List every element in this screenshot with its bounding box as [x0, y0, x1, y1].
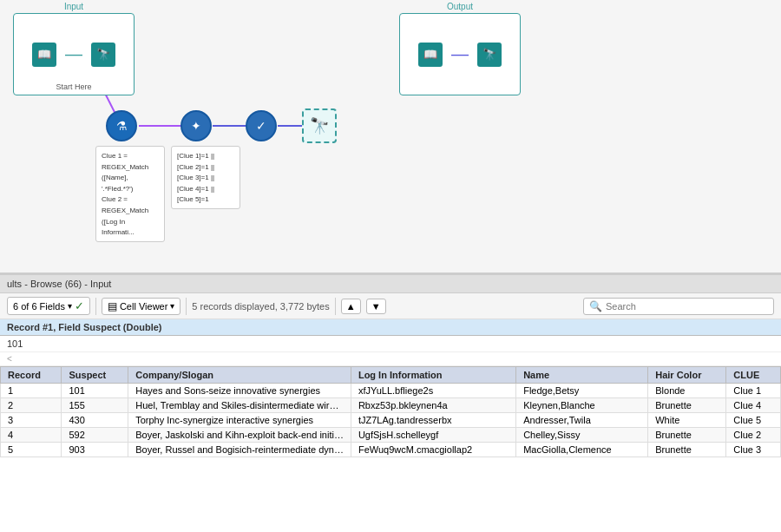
cell-name: Chelley,Sissy	[516, 428, 648, 443]
table-row[interactable]: 1101Hayes and Sons-seize innovative syne…	[1, 384, 781, 398]
cell-clue: Clue 1	[726, 384, 781, 398]
cell-company: Boyer, Jaskolski and Kihn-exploit back-e…	[128, 428, 351, 443]
cell-hair: Blonde	[648, 384, 726, 398]
multi-formula-node[interactable]: ✦	[180, 110, 212, 141]
toolbar: 6 of 6 Fields ▾ ✓ ▤ Cell Viewer ▾ 5 reco…	[0, 293, 781, 319]
scroll-hint[interactable]: <	[0, 352, 781, 366]
output-box-label: Output	[447, 2, 473, 11]
table-row[interactable]: 4592Boyer, Jaskolski and Kihn-exploit ba…	[1, 428, 781, 443]
viewer-label: Cell Viewer	[120, 301, 167, 312]
col-header-log-in-information[interactable]: Log In Information	[351, 367, 515, 384]
col-header-hair-color[interactable]: Hair Color	[648, 367, 726, 384]
cell-login: UgfSjsH.schelleygf	[351, 428, 515, 443]
input-read-icon[interactable]: 📖	[32, 43, 56, 67]
cell-company: Torphy Inc-synergize interactive synergi…	[128, 413, 351, 428]
cell-company: Hayes and Sons-seize innovative synergie…	[128, 384, 351, 398]
table-row[interactable]: 3430Torphy Inc-synergize interactive syn…	[1, 413, 781, 428]
col-header-clue[interactable]: CLUE	[726, 367, 781, 384]
cell-record: 4	[1, 428, 62, 443]
cell-clue: Clue 2	[726, 428, 781, 443]
fields-button[interactable]: 6 of 6 Fields ▾ ✓	[7, 297, 90, 315]
cell-login: xfJYuLL.bfliege2s	[351, 384, 515, 398]
cell-name: Kleynen,Blanche	[516, 398, 648, 413]
tab-label: ults - Browse (66) - Input	[7, 279, 111, 289]
fields-label: 6 of 6 Fields	[13, 301, 65, 312]
col-header-record[interactable]: Record	[1, 367, 62, 384]
cell-login: tJZ7LAg.tandresserbx	[351, 413, 515, 428]
record-value: 101	[0, 336, 781, 352]
table-container[interactable]: RecordSuspectCompany/SloganLog In Inform…	[0, 366, 781, 457]
fields-dropdown-icon: ▾	[68, 301, 72, 311]
multi-annotation: [Clue 1]=1 || [Clue 2]=1 || [Clue 3]=1 |…	[171, 146, 240, 209]
cell-hair: Brunette	[648, 398, 726, 413]
cell-clue: Clue 4	[726, 398, 781, 413]
table-row[interactable]: 5903Boyer, Russel and Bogisich-reinterme…	[1, 443, 781, 457]
output-read-icon[interactable]: 📖	[418, 43, 443, 67]
cell-record: 3	[1, 413, 62, 428]
nav-up-button[interactable]: ▲	[341, 299, 361, 314]
table-body: 1101Hayes and Sons-seize innovative syne…	[1, 384, 781, 457]
viewer-dropdown-icon: ▾	[170, 301, 174, 311]
cell-record: 2	[1, 398, 62, 413]
cell-name: Andresser,Twila	[516, 413, 648, 428]
fields-check-icon: ✓	[75, 299, 84, 312]
toolbar-separator-3	[335, 298, 336, 315]
viewer-button[interactable]: ▤ Cell Viewer ▾	[102, 298, 180, 315]
record-header: Record #1, Field Suspect (Double)	[0, 319, 781, 336]
cell-record: 1	[1, 384, 62, 398]
toolbar-separator-2	[186, 298, 187, 315]
output-box: Output 📖 — 🔭	[399, 13, 521, 95]
browse-node[interactable]: 🔭	[302, 108, 337, 143]
bottom-panel: ults - Browse (66) - Input 6 of 6 Fields…	[0, 273, 781, 532]
col-header-suspect[interactable]: Suspect	[62, 367, 128, 384]
start-here-label: Start Here	[56, 82, 91, 91]
cell-suspect: 592	[62, 428, 128, 443]
nav-down-button[interactable]: ▼	[366, 299, 386, 314]
search-input[interactable]	[606, 301, 768, 312]
table-row[interactable]: 2155Huel, Tremblay and Skiles-disinterme…	[1, 398, 781, 413]
input-box-label: Input	[64, 2, 83, 11]
data-table: RecordSuspectCompany/SloganLog In Inform…	[0, 366, 781, 457]
cell-login: FeWuq9wcM.cmacgiollap2	[351, 443, 515, 457]
cell-name: MacGiolla,Clemence	[516, 443, 648, 457]
output-browse-icon[interactable]: 🔭	[477, 43, 502, 67]
cell-suspect: 101	[62, 384, 128, 398]
filter-node[interactable]: ✓	[246, 110, 277, 141]
cell-record: 5	[1, 443, 62, 457]
formula-node[interactable]: ⚗	[106, 110, 137, 141]
cell-clue: Clue 5	[726, 413, 781, 428]
cell-hair: Brunette	[648, 428, 726, 443]
cell-company: Huel, Tremblay and Skiles-disintermediat…	[128, 398, 351, 413]
cell-suspect: 155	[62, 398, 128, 413]
cell-company: Boyer, Russel and Bogisich-reintermediat…	[128, 443, 351, 457]
toolbar-separator-1	[95, 298, 96, 315]
col-header-name[interactable]: Name	[516, 367, 648, 384]
search-box[interactable]: 🔍	[583, 298, 774, 315]
cell-login: Rbxz53p.bkleynen4a	[351, 398, 515, 413]
cell-suspect: 430	[62, 413, 128, 428]
col-header-company-slogan[interactable]: Company/Slogan	[128, 367, 351, 384]
viewer-icon: ▤	[108, 300, 117, 312]
cell-hair: White	[648, 413, 726, 428]
cell-suspect: 903	[62, 443, 128, 457]
panel-tab[interactable]: ults - Browse (66) - Input	[0, 275, 781, 293]
cell-name: Fledge,Betsy	[516, 384, 648, 398]
workflow-canvas: Input 📖 — 🔭 Start Here Output 📖 — 🔭 ⚗ Cl…	[0, 0, 781, 273]
cell-clue: Clue 3	[726, 443, 781, 457]
input-browse-icon[interactable]: 🔭	[91, 43, 115, 67]
records-info: 5 records displayed, 3,772 bytes	[192, 301, 329, 312]
cell-hair: Brunette	[648, 443, 726, 457]
formula-annotation: Clue 1 = REGEX_Match ([Name], '.*Fled.*?…	[95, 146, 165, 242]
input-box: Input 📖 — 🔭 Start Here	[13, 13, 135, 95]
table-header-row: RecordSuspectCompany/SloganLog In Inform…	[1, 367, 781, 384]
search-icon: 🔍	[589, 300, 602, 312]
